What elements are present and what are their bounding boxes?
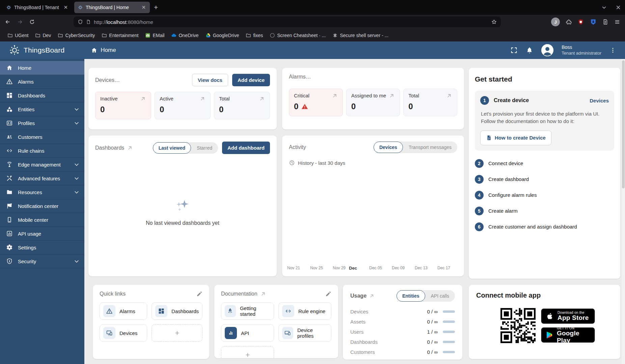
user-avatar[interactable]	[541, 44, 553, 56]
step-devices-link[interactable]: Devices	[590, 98, 609, 103]
how-to-create-device-button[interactable]: How to create Device	[480, 130, 551, 145]
reload-button[interactable]	[29, 19, 35, 25]
bookmark-item[interactable]: UGent	[5, 31, 31, 39]
bookmark-item[interactable]: Secure shell server - ...	[330, 31, 391, 39]
ublock-extension-icon[interactable]	[577, 19, 584, 25]
reader-page-icon[interactable]	[602, 19, 608, 25]
bookmark-item[interactable]: Entertainment	[99, 31, 141, 39]
bookmark-item[interactable]: CyberSecurity	[55, 31, 98, 39]
stat-assigned-to-me[interactable]: Assigned to me 0	[346, 89, 400, 116]
tile-dashboards[interactable]: Dashboards	[152, 302, 202, 320]
bookmark-item[interactable]: GoogleDrive	[203, 31, 242, 39]
documentation-open-link-icon[interactable]	[260, 291, 266, 297]
tracking-protection-icon[interactable]	[78, 19, 83, 25]
tb-brand[interactable]: ThingsBoard	[9, 44, 64, 56]
axis-tick-label: Dec	[349, 266, 357, 271]
fullscreen-icon[interactable]	[510, 47, 518, 54]
stat-active[interactable]: Active 0	[155, 92, 211, 119]
tab-close-icon[interactable]: ✕	[141, 4, 146, 10]
window-close-button[interactable]	[616, 5, 621, 10]
tile-devices[interactable]: Devices	[100, 324, 147, 342]
sidebar-item-rule-chains[interactable]: Rule chains	[0, 144, 84, 158]
sidebar-item-home[interactable]: Home	[0, 61, 84, 75]
usage-progress-bar	[443, 351, 455, 353]
usage-row-devices: Devices 0 / ∞	[350, 306, 455, 316]
browser-tab[interactable]: ThingsBoard | Tenant ac ✕	[3, 2, 72, 13]
dashboards-open-link-icon[interactable]	[127, 145, 133, 151]
password-manager-extension-icon[interactable]	[590, 19, 597, 25]
chevron-down-icon	[74, 258, 80, 264]
app-store-badge[interactable]: Download on the App Store	[541, 308, 595, 324]
stat-inactive[interactable]: Inactive 0	[95, 92, 151, 119]
toggle-option-last-viewed[interactable]: Last viewed	[153, 142, 191, 154]
add-dashboard-button[interactable]: Add dashboard	[222, 142, 270, 154]
sidebar-item-resources[interactable]: Resources	[0, 185, 84, 199]
tile-rule-engine[interactable]: Rule engine	[278, 302, 331, 320]
user-info[interactable]: Boss Tenant administrator	[562, 44, 601, 56]
toggle-option-transport-messages[interactable]: Transport messages	[403, 142, 457, 153]
bookmark-item[interactable]: fixes	[243, 31, 266, 39]
app-menu-icon[interactable]	[614, 19, 620, 25]
sidebar-item-mobile-center[interactable]: Mobile center	[0, 213, 84, 227]
extensions-icon[interactable]	[566, 19, 572, 25]
sidebar-item-advanced-features[interactable]: Advanced features	[0, 172, 84, 185]
add-device-button[interactable]: Add device	[232, 74, 270, 86]
sidebar-item-edge-management[interactable]: Edge management	[0, 158, 84, 172]
url-bar[interactable]: http://localhost:8080/home	[74, 17, 501, 27]
toggle-option-entities[interactable]: Entities	[397, 290, 425, 302]
header-menu-kebab-icon[interactable]	[609, 47, 616, 54]
new-tab-button[interactable]: +	[150, 3, 162, 11]
get-started-step-6[interactable]: 6 Create customer and assign dashboard	[475, 222, 614, 231]
back-button[interactable]	[5, 19, 11, 25]
bookmark-item[interactable]: OneDrive	[168, 31, 201, 39]
get-started-step-4[interactable]: 4 Configure alarm rules	[475, 191, 614, 200]
bookmark-star-icon[interactable]	[491, 19, 497, 25]
sidebar-item-profiles[interactable]: Profiles	[0, 116, 84, 130]
bookmark-item[interactable]: Dev	[32, 31, 54, 39]
sidebar-item-notification-center[interactable]: Notification center	[0, 199, 84, 213]
tile-api[interactable]: API	[221, 324, 274, 342]
forward-button[interactable]	[17, 19, 23, 25]
rule-chains-icon	[6, 147, 13, 154]
toggle-option-api-calls[interactable]: API calls	[425, 290, 455, 302]
tile-getting-started[interactable]: Getting started	[221, 302, 274, 320]
google-play-badge[interactable]: GET IT ON Google Play	[541, 327, 595, 343]
tile-device-profiles[interactable]: Device profiles	[278, 324, 331, 342]
scrollbar-thumb[interactable]	[622, 60, 625, 188]
tile-alarms[interactable]: Alarms	[100, 302, 147, 320]
breadcrumb-home[interactable]: Home	[91, 47, 116, 54]
get-started-step-5[interactable]: 5 Create alarm	[475, 207, 614, 215]
stat-critical[interactable]: Critical 0	[289, 89, 343, 116]
edit-quick-links-icon[interactable]	[196, 291, 202, 297]
sidebar-item-alarms[interactable]: Alarms	[0, 75, 84, 89]
toggle-option-devices[interactable]: Devices	[374, 142, 403, 153]
sidebar-item-settings[interactable]: Settings	[0, 241, 84, 254]
add-tile-placeholder[interactable]	[221, 346, 274, 358]
notifications-bell-icon[interactable]	[526, 47, 533, 54]
edit-documentation-icon[interactable]	[325, 291, 331, 297]
bookmark-item[interactable]: EMail	[142, 31, 167, 39]
drive-icon	[206, 33, 211, 38]
view-docs-button[interactable]: View docs	[192, 74, 228, 86]
bookmark-item[interactable]: Screen Cheatsheet · ...	[267, 31, 328, 39]
sidebar-item-dashboards[interactable]: Dashboards	[0, 89, 84, 102]
scrollbar-track[interactable]	[622, 59, 625, 364]
site-info-icon[interactable]	[86, 20, 91, 24]
add-tile-placeholder[interactable]	[152, 324, 202, 342]
sidebar-item-entities[interactable]: Entities	[0, 102, 84, 116]
tab-close-icon[interactable]: ✕	[63, 4, 69, 10]
toggle-option-starred[interactable]: Starred	[191, 142, 218, 154]
get-started-step-3[interactable]: 3 Create dashboard	[475, 175, 614, 184]
firefox-account-button[interactable]: J	[551, 18, 560, 26]
sidebar-item-api-usage[interactable]: API usage	[0, 227, 84, 241]
rocket-icon	[227, 308, 234, 314]
browser-tab[interactable]: ThingsBoard | Home ✕	[74, 2, 150, 13]
sidebar-item-customers[interactable]: Customers	[0, 130, 84, 144]
get-started-step-2[interactable]: 2 Connect device	[475, 159, 614, 168]
stat-total[interactable]: Total 0	[403, 89, 457, 116]
usage-open-link-icon[interactable]	[369, 293, 375, 299]
tab-list-chevron[interactable]	[601, 5, 607, 10]
stat-total[interactable]: Total 0	[214, 92, 270, 119]
chevron-down-icon	[74, 161, 80, 168]
sidebar-item-security[interactable]: Security	[0, 254, 84, 268]
